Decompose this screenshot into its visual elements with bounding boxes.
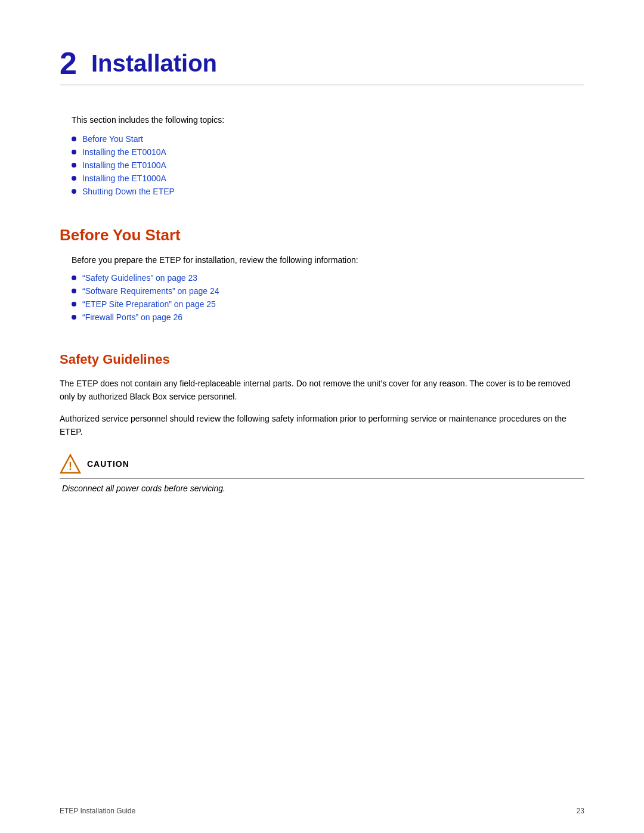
topic-link-et0010a[interactable]: Installing the ET0010A — [82, 147, 166, 157]
caution-header: ! CAUTION — [60, 453, 584, 479]
footer-right: 23 — [577, 807, 584, 815]
before-you-start-title: Before You Start — [60, 226, 584, 244]
before-you-start-section: Before You Start Before you prepare the … — [60, 226, 584, 322]
caution-label: CAUTION — [87, 459, 129, 469]
topic-link-et1000a[interactable]: Installing the ET1000A — [82, 174, 166, 183]
safety-guidelines-para2: Authorized service personnel should revi… — [60, 412, 584, 439]
list-item: “Safety Guidelines” on page 23 — [72, 273, 584, 283]
ref-link-safety-guidelines[interactable]: “Safety Guidelines” on page 23 — [82, 273, 197, 283]
bullet-icon — [72, 302, 76, 306]
bullet-icon — [72, 189, 76, 194]
ref-link-etep-site-preparation[interactable]: “ETEP Site Preparation” on page 25 — [82, 299, 216, 309]
list-item: Installing the ET1000A — [72, 174, 584, 183]
svg-text:!: ! — [69, 460, 72, 472]
chapter-title: Installation — [91, 49, 217, 78]
intro-text: This section includes the following topi… — [72, 115, 584, 125]
list-item: “Software Requirements” on page 24 — [72, 286, 584, 296]
topics-list: Before You Start Installing the ET0010A … — [72, 134, 584, 196]
safety-guidelines-para1: The ETEP does not contain any field-repl… — [60, 377, 584, 404]
caution-text: Disconnect all power cords before servic… — [62, 484, 584, 493]
ref-link-firewall-ports[interactable]: “Firewall Ports” on page 26 — [82, 312, 182, 322]
before-you-start-intro: Before you prepare the ETEP for installa… — [72, 255, 584, 265]
bullet-icon — [72, 315, 76, 320]
page-container: 2 Installation This section includes the… — [0, 0, 644, 833]
bullet-icon — [72, 289, 76, 293]
caution-triangle-icon: ! — [60, 453, 81, 475]
list-item: Installing the ET0010A — [72, 147, 584, 157]
list-item: Shutting Down the ETEP — [72, 187, 584, 196]
before-topics-list: “Safety Guidelines” on page 23 “Software… — [72, 273, 584, 322]
caution-box: ! CAUTION Disconnect all power cords bef… — [60, 453, 584, 493]
safety-guidelines-section: Safety Guidelines The ETEP does not cont… — [60, 352, 584, 493]
page-footer: ETEP Installation Guide 23 — [60, 807, 584, 815]
topic-link-before-you-start[interactable]: Before You Start — [82, 134, 143, 144]
safety-guidelines-title: Safety Guidelines — [60, 352, 584, 367]
bullet-icon — [72, 275, 76, 280]
list-item: “Firewall Ports” on page 26 — [72, 312, 584, 322]
list-item: Installing the ET0100A — [72, 160, 584, 170]
list-item: Before You Start — [72, 134, 584, 144]
topic-link-et0100a[interactable]: Installing the ET0100A — [82, 160, 166, 170]
chapter-divider — [60, 85, 584, 85]
bullet-icon — [72, 163, 76, 168]
chapter-number: 2 — [60, 48, 77, 79]
list-item: “ETEP Site Preparation” on page 25 — [72, 299, 584, 309]
bullet-icon — [72, 176, 76, 181]
topic-link-shutting-down[interactable]: Shutting Down the ETEP — [82, 187, 175, 196]
ref-link-software-requirements[interactable]: “Software Requirements” on page 24 — [82, 286, 219, 296]
footer-left: ETEP Installation Guide — [60, 807, 135, 815]
bullet-icon — [72, 150, 76, 154]
bullet-icon — [72, 137, 76, 141]
chapter-header: 2 Installation — [60, 48, 584, 79]
